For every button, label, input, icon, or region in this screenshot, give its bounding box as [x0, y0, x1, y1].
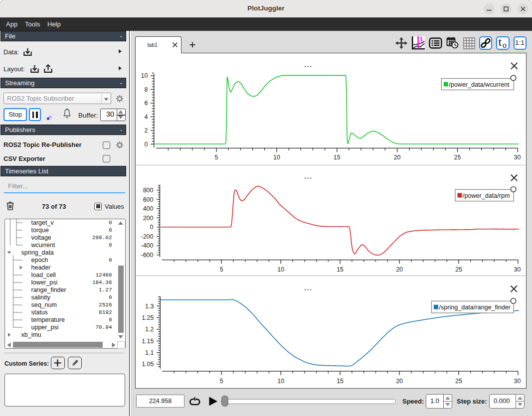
svg-text:4: 4: [145, 114, 148, 121]
svg-text:1.15: 1.15: [142, 338, 154, 345]
svg-text:15: 15: [334, 154, 341, 161]
svg-text:1.25: 1.25: [142, 314, 154, 321]
svg-text:/power_data/rpm: /power_data/rpm: [463, 192, 510, 199]
svg-text:200: 200: [143, 215, 154, 222]
svg-text:1.3: 1.3: [145, 303, 154, 310]
svg-text:10: 10: [141, 72, 148, 79]
svg-text:-200: -200: [141, 233, 153, 240]
svg-text:1.1: 1.1: [145, 349, 154, 356]
svg-text:20: 20: [394, 154, 401, 161]
svg-text:800: 800: [143, 187, 154, 194]
svg-text:30: 30: [514, 266, 521, 273]
svg-text:15: 15: [337, 378, 344, 385]
svg-text:25: 25: [455, 378, 462, 385]
svg-text:-400: -400: [141, 242, 153, 249]
svg-text:20: 20: [396, 378, 403, 385]
svg-text:/power_data/wcurrent: /power_data/wcurrent: [449, 81, 510, 88]
svg-text:-600: -600: [141, 252, 153, 259]
svg-text:0: 0: [145, 141, 148, 148]
svg-text:15: 15: [337, 266, 344, 273]
svg-text:6: 6: [145, 100, 148, 107]
svg-text:20: 20: [396, 266, 403, 273]
svg-text:25: 25: [454, 154, 461, 161]
svg-text:400: 400: [143, 205, 154, 212]
svg-text:10: 10: [277, 266, 284, 273]
svg-text:10: 10: [277, 378, 284, 385]
svg-text:30: 30: [514, 154, 521, 161]
svg-text:600: 600: [143, 196, 154, 203]
svg-text:/spring_data/range_finder: /spring_data/range_finder: [439, 304, 511, 311]
svg-text:25: 25: [455, 266, 462, 273]
svg-text:5: 5: [220, 266, 223, 273]
svg-text:2: 2: [145, 127, 148, 134]
svg-text:10: 10: [273, 154, 280, 161]
svg-text:0: 0: [150, 224, 154, 231]
svg-text:1.05: 1.05: [142, 361, 154, 368]
svg-text:30: 30: [514, 378, 521, 385]
svg-text:5: 5: [215, 154, 218, 161]
svg-text:5: 5: [220, 378, 223, 385]
svg-text:8: 8: [145, 86, 148, 93]
svg-text:1.2: 1.2: [145, 326, 154, 333]
